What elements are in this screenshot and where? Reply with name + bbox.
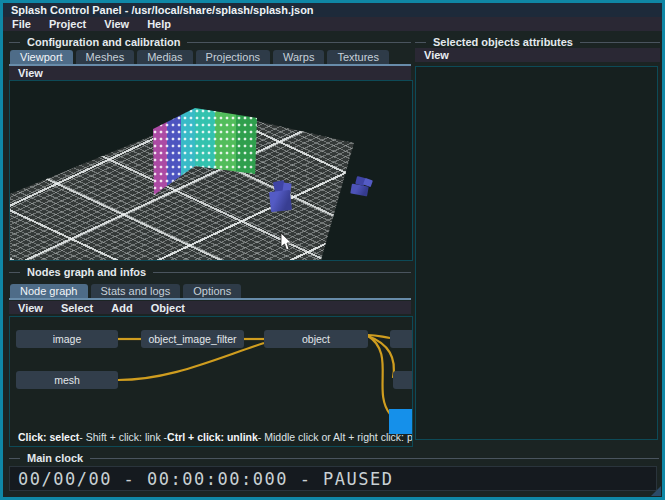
resize-grip-icon[interactable]	[651, 486, 661, 496]
splash-control-panel-window: Splash Control Panel - /usr/local/share/…	[0, 0, 665, 500]
nodes-menu-object[interactable]: Object	[142, 301, 194, 315]
node-blue-square[interactable]	[389, 409, 413, 434]
config-section-header: Configuration and calibration	[9, 36, 411, 48]
clock-value: 00/00/00 - 00:00:00:000 - PAUSED	[10, 469, 394, 489]
main-menubar: File Project View Help	[3, 17, 662, 31]
tab-options[interactable]: Options	[183, 284, 241, 298]
nodes-section-title: Nodes graph and infos	[27, 266, 146, 278]
attributes-section-header: Selected objects attributes	[415, 36, 660, 48]
clock-section-title: Main clock	[27, 452, 83, 464]
node-image[interactable]: image	[16, 330, 118, 348]
header-line	[580, 42, 660, 43]
tab-meshes[interactable]: Meshes	[76, 50, 135, 64]
tab-textures[interactable]: Textures	[327, 50, 389, 64]
camera-object-1	[269, 181, 297, 213]
nodes-menu-select[interactable]: Select	[52, 301, 102, 315]
menu-view[interactable]: View	[95, 17, 138, 31]
node-mesh[interactable]: mesh	[16, 371, 118, 389]
mouse-cursor-icon	[280, 232, 294, 252]
tab-warps[interactable]: Warps	[273, 50, 324, 64]
attributes-content-area	[415, 66, 658, 440]
node-object[interactable]: object	[264, 330, 368, 348]
header-dash	[9, 272, 20, 273]
nodes-menu-view[interactable]: View	[9, 301, 52, 315]
node-graph-canvas[interactable]: image object_image_filter object mesh Cl…	[9, 316, 413, 447]
camera-object-2	[349, 177, 375, 199]
tab-node-graph[interactable]: Node graph	[10, 284, 88, 298]
calibration-wall-right	[195, 108, 257, 174]
3d-viewport[interactable]	[9, 80, 413, 261]
header-dash	[9, 42, 20, 43]
header-line	[187, 42, 411, 43]
menu-file[interactable]: File	[3, 17, 40, 31]
tab-projections[interactable]: Projections	[196, 50, 270, 64]
header-dash	[9, 458, 20, 459]
config-tabbar: Viewport Meshes Medias Projections Warps…	[10, 50, 392, 64]
header-line	[90, 458, 659, 459]
config-section-title: Configuration and calibration	[27, 36, 180, 48]
attributes-section-title: Selected objects attributes	[433, 36, 573, 48]
nodes-menu-add[interactable]: Add	[102, 301, 141, 315]
attributes-view-menu[interactable]: View	[415, 48, 660, 62]
clock-section-header: Main clock	[9, 452, 659, 464]
nodes-section-header: Nodes graph and infos	[9, 266, 411, 278]
tab-medias[interactable]: Medias	[137, 50, 192, 64]
nodes-menubar: View Select Add Object	[9, 301, 411, 314]
tab-stats-and-logs[interactable]: Stats and logs	[91, 284, 181, 298]
node-graph-help-text: Click: select - Shift + click: link - Ct…	[10, 428, 412, 446]
node-partial-top[interactable]	[390, 330, 413, 348]
menu-project[interactable]: Project	[40, 17, 95, 31]
node-object-image-filter[interactable]: object_image_filter	[141, 330, 244, 348]
header-line	[153, 272, 411, 273]
tab-viewport[interactable]: Viewport	[10, 50, 73, 64]
nodes-tabbar: Node graph Stats and logs Options	[10, 284, 244, 298]
viewport-view-menu[interactable]: View	[9, 66, 411, 80]
window-title: Splash Control Panel - /usr/local/share/…	[3, 3, 662, 17]
header-dash	[415, 42, 426, 43]
menu-help[interactable]: Help	[138, 17, 180, 31]
calibration-grid-floor	[10, 81, 412, 260]
main-clock-display: 00/00/00 - 00:00:00:000 - PAUSED	[9, 466, 657, 491]
node-partial-middle[interactable]	[393, 371, 413, 389]
